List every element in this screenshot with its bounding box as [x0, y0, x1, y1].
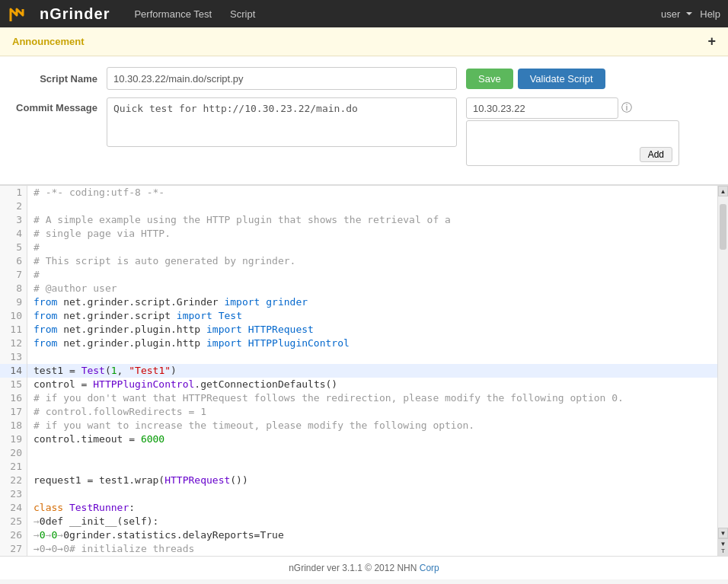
code-line: request1 = test1.wrap(HTTPRequest()) [27, 474, 717, 487]
code-line: class TestRunner: [27, 501, 717, 515]
line-number: 9 [0, 295, 27, 309]
scroll-bottom-t2[interactable]: T [721, 547, 725, 554]
code-line: from net.grinder.plugin.http import HTTP… [27, 337, 717, 350]
scroll-up-button[interactable]: ▲ [718, 186, 728, 196]
code-line: control = HTTPPluginControl.getConnectio… [27, 378, 717, 391]
code-line: # if you want to increase the timeout, p… [27, 419, 717, 432]
host-input-row: ⓘ [466, 97, 679, 119]
main-nav: Performance Test Script [125, 0, 661, 27]
line-number: 11 [0, 323, 27, 337]
announcement-label: Announcement [12, 36, 85, 47]
line-number: 7 [0, 268, 27, 282]
script-name-label: Script Name [15, 73, 107, 85]
code-line: from net.grinder.script.Grinder import g… [27, 295, 717, 309]
announcement-bar: Announcement + [0, 27, 728, 56]
footer: nGrinder ver 3.1.1 © 2012 NHN Corp [0, 556, 728, 579]
script-name-input[interactable] [107, 67, 457, 90]
line-number: 24 [0, 501, 27, 515]
code-line: # control.followRedirects = 1 [27, 405, 717, 419]
code-line: # This script is auto generated by ngrin… [27, 254, 717, 268]
line-number: 6 [0, 254, 27, 268]
code-line: # if you don't want that HTTPRequest fol… [27, 391, 717, 405]
scroll-down-button[interactable]: ▼ [718, 528, 728, 538]
ngrinder-logo [8, 3, 35, 24]
line-number: 8 [0, 282, 27, 295]
code-line: from net.grinder.plugin.http import HTTP… [27, 323, 717, 337]
script-form: Script Name Save Validate Script Commit … [0, 56, 728, 185]
add-host-button[interactable]: Add [640, 147, 672, 162]
user-caret-icon [686, 12, 692, 15]
code-line [27, 446, 717, 460]
code-line: →0def __init__(self): [27, 515, 717, 528]
nav-performance-test[interactable]: Performance Test [125, 0, 221, 27]
brand-name: nGrinder [40, 5, 110, 23]
code-line [27, 460, 717, 474]
footer-text: nGrinder ver 3.1.1 © 2012 NHN [289, 563, 420, 573]
host-input[interactable] [466, 97, 618, 119]
code-line: # single page via HTTP. [27, 227, 717, 241]
navbar-right: user Help [661, 8, 720, 20]
line-number: 20 [0, 446, 27, 460]
save-button[interactable]: Save [466, 69, 513, 89]
line-number: 15 [0, 378, 27, 391]
line-number: 2 [0, 199, 27, 213]
scroll-track[interactable] [718, 196, 728, 528]
code-line: →0→0→0grinder.statistics.delayReports=Tr… [27, 528, 717, 542]
line-number: 19 [0, 432, 27, 446]
line-number: 14 [0, 364, 27, 378]
navbar: nGrinder Performance Test Script user He… [0, 0, 728, 27]
code-line: # [27, 241, 717, 254]
scroll-bottom-t[interactable]: ▼ [720, 541, 726, 547]
line-number: 23 [0, 487, 27, 501]
line-number: 10 [0, 309, 27, 323]
line-number: 1 [0, 186, 27, 199]
line-number: 4 [0, 227, 27, 241]
user-menu[interactable]: user [661, 8, 692, 20]
nav-script[interactable]: Script [221, 0, 264, 27]
line-numbers: 1234567891011121314151617181920212223242… [0, 186, 27, 556]
code-line: # [27, 268, 717, 282]
script-name-row: Script Name Save Validate Script [15, 67, 713, 90]
line-number: 17 [0, 405, 27, 419]
line-number: 12 [0, 337, 27, 350]
help-link[interactable]: Help [700, 8, 720, 20]
scroll-thumb[interactable] [720, 204, 726, 250]
footer-corp-link[interactable]: Corp [420, 563, 439, 573]
line-number: 3 [0, 213, 27, 227]
code-editor: 1234567891011121314151617181920212223242… [0, 185, 728, 556]
host-list-area: Add [466, 120, 679, 166]
commit-message-label: Commit Message [15, 97, 107, 113]
line-number: 16 [0, 391, 27, 405]
commit-textarea[interactable]: Quick test for http://10.30.23.22/main.d… [107, 97, 457, 147]
line-number: 27 [0, 542, 27, 556]
code-line [27, 487, 717, 501]
code-line: test1 = Test(1, "Test1") [27, 364, 717, 378]
code-content[interactable]: # -*- coding:utf-8 -*-# A simple example… [27, 186, 717, 556]
line-number: 21 [0, 460, 27, 474]
line-number: 5 [0, 241, 27, 254]
code-scrollbar[interactable]: ▲ ▼ ▼ T [717, 186, 728, 556]
line-number: 13 [0, 350, 27, 364]
code-line: # A simple example using the HTTP plugin… [27, 213, 717, 227]
line-number: 25 [0, 515, 27, 528]
code-line [27, 199, 717, 213]
code-line [27, 350, 717, 364]
code-line: from net.grinder.script import Test [27, 309, 717, 323]
line-number: 26 [0, 528, 27, 542]
code-line: # -*- coding:utf-8 -*- [27, 186, 717, 199]
host-list-inner [467, 121, 679, 144]
user-label: user [661, 8, 680, 20]
commit-right: ⓘ Add [466, 97, 679, 166]
code-line: # @author user [27, 282, 717, 295]
validate-button[interactable]: Validate Script [518, 69, 605, 89]
main-content: Script Name Save Validate Script Commit … [0, 56, 728, 556]
line-number: 18 [0, 419, 27, 432]
line-number: 22 [0, 474, 27, 487]
commit-left: Quick test for http://10.30.23.22/main.d… [107, 97, 457, 147]
brand[interactable]: nGrinder [8, 3, 110, 24]
announcement-toggle[interactable]: + [707, 34, 716, 49]
code-line: control.timeout = 6000 [27, 432, 717, 446]
host-info-icon: ⓘ [621, 101, 632, 115]
commit-message-row: Commit Message Quick test for http://10.… [15, 97, 713, 166]
code-line: →0→0→0# initlialize threads [27, 542, 717, 556]
